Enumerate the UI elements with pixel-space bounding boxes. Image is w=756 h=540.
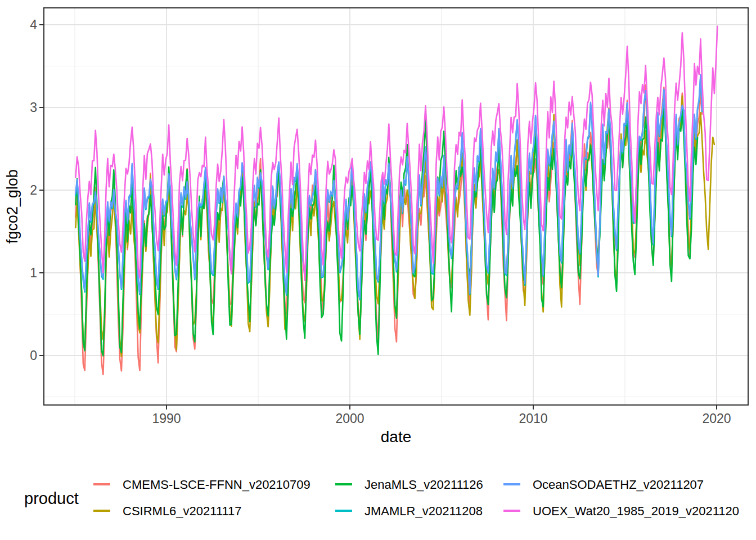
x-tick-label: 2020: [702, 411, 731, 426]
chart-svg: 1990200020102020 01234 date fgco2_glob p…: [0, 0, 756, 540]
legend: product CMEMS-LSCE-FFNN_v20210709CSIRML6…: [24, 478, 739, 518]
x-tick-label: 2000: [335, 411, 364, 426]
y-tick-label: 4: [30, 17, 37, 32]
legend-title: product: [24, 489, 79, 507]
legend-label: JenaMLS_v20211126: [364, 478, 483, 492]
y-tick-label: 3: [30, 100, 37, 115]
plot-page: 1990200020102020 01234 date fgco2_glob p…: [0, 0, 756, 540]
legend-label: CMEMS-LSCE-FFNN_v20210709: [123, 478, 310, 492]
x-tick-label: 2010: [519, 411, 547, 426]
legend-label: OceanSODAETHZ_v20211207: [533, 478, 704, 492]
y-tick-label: 0: [30, 348, 37, 363]
legend-label: UOEX_Wat20_1985_2019_v2021120: [533, 504, 739, 518]
y-tick-labels: 01234: [30, 17, 37, 363]
y-tick-label: 1: [30, 266, 37, 280]
legend-entries: CMEMS-LSCE-FFNN_v20210709CSIRML6_v202111…: [93, 478, 739, 518]
y-tick-label: 2: [30, 183, 37, 197]
legend-label: CSIRML6_v20211117: [123, 504, 242, 518]
x-tick-label: 1990: [152, 411, 181, 426]
x-axis-label: date: [381, 428, 412, 446]
y-axis-label: fgco2_glob: [4, 169, 21, 244]
legend-label: JMAMLR_v20211208: [364, 504, 483, 518]
x-tick-labels: 1990200020102020: [152, 411, 731, 426]
